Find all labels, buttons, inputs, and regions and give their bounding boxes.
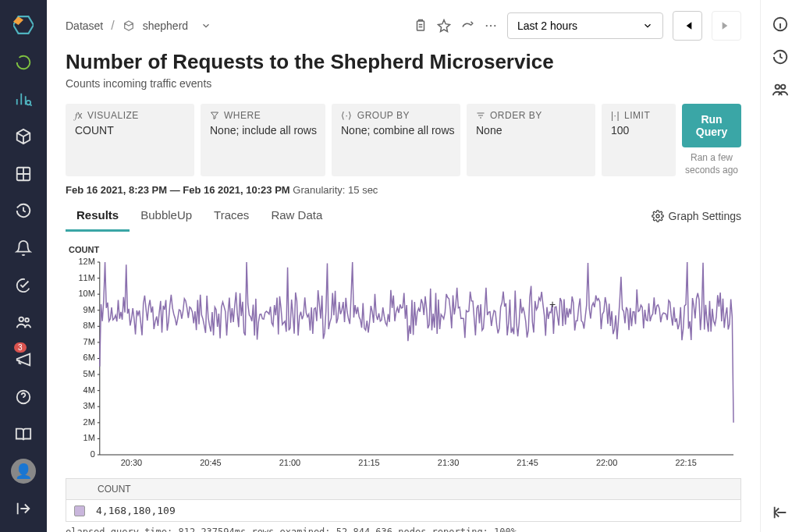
tab-rawdata[interactable]: Raw Data <box>260 200 333 232</box>
nav-datasets-icon[interactable] <box>8 121 39 152</box>
tab-traces[interactable]: Traces <box>203 200 260 232</box>
dataset-chevron-down-icon[interactable] <box>201 20 211 31</box>
svg-text:7M: 7M <box>83 337 95 346</box>
svg-point-8 <box>486 25 488 27</box>
svg-text:20:30: 20:30 <box>121 458 142 467</box>
svg-text:20:45: 20:45 <box>200 458 221 467</box>
groupby-clause[interactable]: ⟨·⟩GROUP BY None; combine all rows <box>332 104 460 176</box>
tab-results[interactable]: Results <box>66 200 130 232</box>
history-prev-button[interactable] <box>673 11 702 41</box>
svg-text:11M: 11M <box>79 273 95 282</box>
user-avatar[interactable]: 👤 <box>11 459 36 484</box>
svg-text:6M: 6M <box>83 353 95 363</box>
gear-icon <box>652 210 664 222</box>
refresh-icon[interactable] <box>8 47 39 78</box>
chart-title: COUNT <box>69 245 741 254</box>
svg-text:2M: 2M <box>83 417 95 427</box>
series-color-swatch <box>74 505 85 516</box>
svg-text:22:15: 22:15 <box>675 458 696 467</box>
honeycomb-logo[interactable] <box>8 9 39 41</box>
breadcrumb-sep: / <box>111 19 114 33</box>
time-range-select[interactable]: Last 2 hours <box>507 12 663 39</box>
result-tabs: Results BubbleUp Traces Raw Data Graph S… <box>47 196 760 232</box>
notification-badge: 3 <box>14 342 27 353</box>
main-content: Dataset / shepherd Last 2 hours Number o… <box>47 0 760 532</box>
team-panel-icon[interactable] <box>772 81 789 98</box>
line-chart[interactable]: 01M2M3M4M5M6M7M8M9M10M11M12M20:3020:4521… <box>66 257 741 472</box>
svg-rect-7 <box>417 21 424 30</box>
table-header: COUNT <box>66 479 740 500</box>
breadcrumb-dataset[interactable]: shepherd <box>143 20 188 32</box>
graph-settings-button[interactable]: Graph Settings <box>652 210 741 222</box>
tab-bubbleup[interactable]: BubbleUp <box>130 200 203 232</box>
share-icon[interactable] <box>460 19 474 33</box>
orderby-clause[interactable]: ORDER BY None <box>467 104 595 176</box>
visualize-clause[interactable]: 𝑓xVISUALIZE COUNT <box>66 104 194 176</box>
svg-text:12M: 12M <box>79 257 95 266</box>
query-builder: 𝑓xVISUALIZE COUNT WHERE None; include al… <box>47 96 760 184</box>
nav-alerts-icon[interactable] <box>8 232 39 264</box>
svg-point-10 <box>494 25 495 27</box>
nav-boards-icon[interactable] <box>8 158 39 190</box>
nav-slos-icon[interactable] <box>8 270 39 301</box>
table-value: 4,168,180,109 <box>96 505 176 516</box>
table-row[interactable]: 4,168,180,109 <box>66 500 740 521</box>
collapse-left-icon[interactable] <box>8 493 39 524</box>
nav-query-icon[interactable] <box>8 83 39 115</box>
svg-point-5 <box>25 318 29 322</box>
svg-text:0: 0 <box>91 449 95 459</box>
left-nav: 3 👤 <box>0 0 47 532</box>
nav-announce-icon[interactable]: 3 <box>8 344 39 375</box>
svg-text:5M: 5M <box>83 369 95 378</box>
run-query-button[interactable]: Run Query <box>682 104 741 147</box>
info-icon[interactable] <box>772 16 789 33</box>
history-next-button[interactable] <box>712 11 741 41</box>
svg-text:21:45: 21:45 <box>517 458 538 467</box>
nav-help-icon[interactable] <box>8 381 39 413</box>
star-icon[interactable] <box>437 19 451 33</box>
breadcrumb-row: Dataset / shepherd Last 2 hours <box>47 0 760 41</box>
fx-icon: 𝑓x <box>75 110 83 121</box>
svg-text:9M: 9M <box>83 305 95 314</box>
svg-text:8M: 8M <box>83 321 95 330</box>
svg-point-9 <box>490 25 492 27</box>
svg-point-2 <box>27 101 30 105</box>
svg-text:1M: 1M <box>83 434 95 443</box>
svg-text:4M: 4M <box>83 385 95 395</box>
clipboard-icon[interactable] <box>414 19 428 33</box>
chart-area: COUNT 01M2M3M4M5M6M7M8M9M10M11M12M20:302… <box>47 232 760 472</box>
dataset-icon <box>123 20 135 32</box>
limit-clause[interactable]: |·|LIMIT 100 <box>602 104 676 176</box>
nav-docs-icon[interactable] <box>8 419 39 450</box>
svg-text:21:30: 21:30 <box>438 458 459 467</box>
svg-text:3M: 3M <box>83 401 95 410</box>
filter-icon <box>210 111 219 120</box>
history-panel-icon[interactable] <box>772 48 789 66</box>
collapse-right-icon[interactable] <box>772 504 789 521</box>
time-range-value: Last 2 hours <box>517 20 577 32</box>
chart-crosshair-icon: + <box>549 298 556 310</box>
breadcrumb-root[interactable]: Dataset <box>66 20 103 32</box>
run-hint: Ran a few seconds ago <box>682 152 741 176</box>
svg-text:10M: 10M <box>79 289 95 298</box>
svg-point-50 <box>780 85 785 90</box>
svg-text:22:00: 22:00 <box>596 458 617 467</box>
nav-team-icon[interactable] <box>8 307 39 339</box>
page-subtitle: Counts incoming traffic events <box>66 77 741 90</box>
footer-stats: elapsed query time: 812.237594ms rows ex… <box>47 522 760 532</box>
more-icon[interactable] <box>484 19 498 33</box>
svg-text:21:15: 21:15 <box>358 458 379 467</box>
svg-point-4 <box>20 317 24 322</box>
limit-icon: |·| <box>611 110 620 121</box>
time-granularity: Feb 16 2021, 8:23 PM — Feb 16 2021, 10:2… <box>47 184 760 196</box>
svg-point-49 <box>775 85 779 90</box>
sort-icon <box>476 111 485 120</box>
svg-text:21:00: 21:00 <box>279 458 300 467</box>
right-rail <box>760 0 799 532</box>
page-title: Number of Requests to the Shepherd Micro… <box>66 50 741 74</box>
group-icon: ⟨·⟩ <box>341 110 353 121</box>
result-table: COUNT 4,168,180,109 <box>66 478 741 522</box>
where-clause[interactable]: WHERE None; include all rows <box>201 104 325 176</box>
nav-history-icon[interactable] <box>8 196 39 227</box>
svg-point-11 <box>656 215 659 218</box>
